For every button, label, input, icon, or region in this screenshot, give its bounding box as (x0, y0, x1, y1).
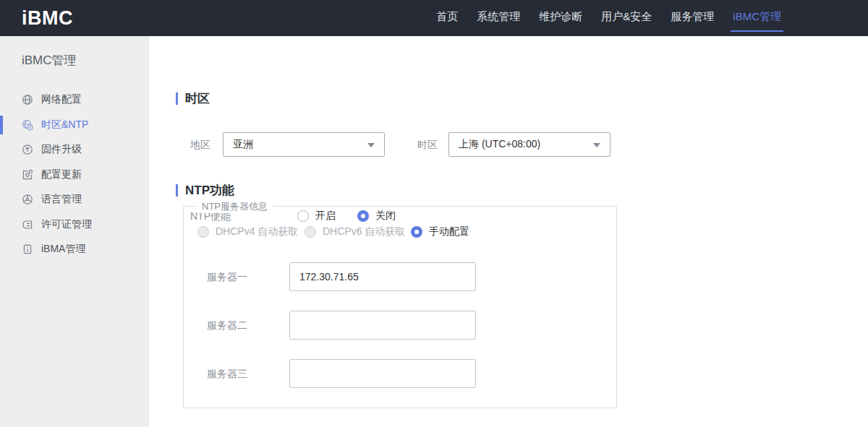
sidebar-item-label: 配置更新 (41, 168, 82, 181)
ntp-server-group: NTP服务器信息 DHCPv4 自动获取 DHCPv6 自动获取 手动配置 服务… (183, 206, 617, 408)
dhcpv4-auto-radio[interactable]: DHCPv4 自动获取 (197, 225, 298, 238)
nav-item-services[interactable]: 服务管理 (671, 0, 714, 36)
ntp-server-group-legend: NTP服务器信息 (197, 200, 273, 213)
radio-disabled-icon (197, 226, 209, 238)
section-accent-bar (176, 184, 178, 197)
section-accent-bar (176, 92, 178, 105)
sidebar: iBMC管理 网络配置 时区&NTP (0, 36, 149, 427)
config-update-icon (22, 169, 33, 181)
ibma-icon (22, 243, 33, 255)
main-content: 时区 地区 亚洲 时区 上海 (UTC+08:00) NTP功能 NTP使能 开… (149, 36, 868, 427)
nav-item-ibmc-settings[interactable]: iBMC管理 (733, 0, 781, 36)
nav-item-user-security[interactable]: 用户&安全 (601, 0, 652, 36)
sidebar-item-label: 许可证管理 (41, 218, 92, 231)
sidebar-menu: 网络配置 时区&NTP 固件升级 (0, 87, 149, 262)
sidebar-item-label: 语言管理 (41, 193, 82, 206)
server-two-input[interactable] (289, 311, 476, 340)
ntp-section-title: NTP功能 (176, 182, 234, 199)
region-label: 地区 (190, 139, 210, 152)
sidebar-item-config-update[interactable]: 配置更新 (0, 163, 149, 188)
server-two-label: 服务器二 (207, 311, 247, 340)
radio-disabled-icon (305, 226, 316, 238)
sidebar-item-label: 网络配置 (41, 93, 82, 106)
manual-config-radio[interactable]: 手动配置 (411, 225, 469, 238)
region-select[interactable]: 亚洲 (223, 132, 385, 157)
section-title-text: 时区 (185, 90, 210, 107)
nav-item-system[interactable]: 系统管理 (477, 0, 520, 36)
nav-item-home[interactable]: 首页 (436, 0, 458, 36)
sidebar-item-license[interactable]: 许可证管理 (0, 212, 149, 238)
radio-label: DHCPv4 自动获取 (216, 225, 298, 238)
ibmc-app: iBMC 首页 系统管理 维护诊断 用户&安全 服务管理 iBMC管理 iBMC… (0, 0, 868, 427)
radio-checked-icon (411, 226, 422, 238)
language-icon (22, 194, 33, 205)
sidebar-item-label: 固件升级 (41, 143, 82, 156)
firmware-upgrade-icon (22, 144, 33, 155)
sidebar-item-network-config[interactable]: 网络配置 (0, 87, 149, 113)
radio-label: 手动配置 (429, 225, 469, 238)
region-select-value: 亚洲 (233, 138, 253, 151)
server-one-label: 服务器一 (207, 262, 247, 291)
sidebar-item-language[interactable]: 语言管理 (0, 187, 149, 212)
dhcpv6-auto-radio[interactable]: DHCPv6 自动获取 (305, 225, 405, 238)
section-title-text: NTP功能 (185, 182, 234, 199)
license-icon (22, 219, 33, 230)
server-three-label: 服务器三 (207, 359, 247, 388)
nav-item-maintenance[interactable]: 维护诊断 (539, 0, 582, 36)
timezone-select[interactable]: 上海 (UTC+08:00) (448, 132, 610, 157)
timezone-section-title: 时区 (176, 90, 210, 107)
chevron-down-icon (367, 143, 375, 147)
top-nav: 首页 系统管理 维护诊断 用户&安全 服务管理 iBMC管理 (436, 0, 781, 36)
top-nav-bar: iBMC 首页 系统管理 维护诊断 用户&安全 服务管理 iBMC管理 (0, 0, 868, 36)
sidebar-item-label: iBMA管理 (41, 243, 85, 256)
timezone-select-value: 上海 (UTC+08:00) (459, 138, 540, 151)
server-three-input[interactable] (289, 359, 476, 388)
sidebar-item-firmware-upgrade[interactable]: 固件升级 (0, 137, 149, 163)
server-one-input[interactable] (289, 262, 476, 291)
sidebar-title: iBMC管理 (22, 52, 77, 69)
sidebar-item-ibma[interactable]: iBMA管理 (0, 237, 149, 262)
sidebar-item-timezone-ntp[interactable]: 时区&NTP (0, 113, 149, 138)
sidebar-item-label: 时区&NTP (41, 118, 88, 131)
timezone-clock-icon (22, 119, 33, 131)
ibmc-logo: iBMC (22, 7, 73, 30)
radio-label: DHCPv6 自动获取 (323, 225, 405, 238)
chevron-down-icon (593, 143, 600, 147)
network-globe-icon (22, 94, 33, 105)
timezone-label: 时区 (417, 139, 438, 152)
